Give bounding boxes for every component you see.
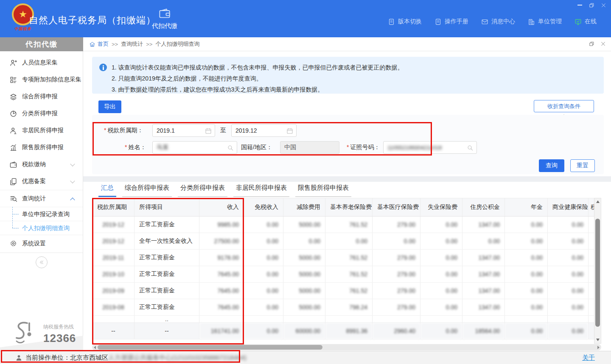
search-icon[interactable] <box>467 144 474 151</box>
module-nav-withholding[interactable]: 代扣代缴 <box>149 7 181 30</box>
sidebar-item-comprehensive-income[interactable]: 综合所得申报 <box>0 88 83 105</box>
minimize-button[interactable] <box>576 2 583 8</box>
name-input[interactable]: 马某 <box>152 141 237 154</box>
app-title: 自然人电子税务局（扣缴端） <box>29 14 156 27</box>
period-to-input[interactable]: 2019.12 <box>231 124 297 137</box>
online-monitor-icon <box>575 18 582 25</box>
vertical-scrollbar[interactable] <box>594 198 601 344</box>
close-tab-icon[interactable] <box>600 41 606 47</box>
notice-line: 3. 由于数据处理的滞后性，建议您在申报成功3天之后再来查询最新的申报数据。 <box>112 84 595 95</box>
cell-income-item: 正常工资薪金 <box>135 250 199 266</box>
period-from-input[interactable]: 2019.1 <box>152 124 215 137</box>
cell-clipped <box>589 217 594 233</box>
nationality-input: 中国 <box>280 141 339 154</box>
sidebar-item-nonresident-income[interactable]: 非居民所得申报 <box>0 122 83 139</box>
breadcrumb: 首页 >> 查询统计 >> 个人扣缴明细查询 <box>83 37 611 51</box>
total-amount: 0.00 <box>548 323 589 339</box>
tab-1[interactable]: 综合所得申报表 <box>122 184 172 197</box>
status-bar: 当前操作单位：北京市西城区人力资源公共服务中心(1211010235886721… <box>0 351 611 364</box>
sidebar-item-personnel-info[interactable]: 人员信息采集 <box>0 54 83 71</box>
breadcrumb-item-current: 个人扣缴明细查询 <box>155 40 199 48</box>
cell-amount: 0.00 <box>548 233 589 250</box>
table-row[interactable]: 2019-12正常工资薪金9985.000.005000.00761.52279… <box>92 217 594 233</box>
cell-amount: 0.00 <box>420 233 462 250</box>
sidebar-item-special-deduction[interactable]: 专项附加扣除信息采集 <box>0 71 83 88</box>
notice-line: 1. 该查询统计表仅能查询已申报成功的数据，不包含未申报、申报失败，已申报但已作… <box>112 62 595 73</box>
total-period: -- <box>92 323 135 339</box>
sidebar-item-system-settings[interactable]: 系统设置 <box>0 235 83 252</box>
sidebar-item-restricted-shares[interactable]: 限售股所得申报 <box>0 139 83 156</box>
calendar-icon[interactable] <box>286 128 293 134</box>
cell-amount: 0.00 <box>244 217 283 233</box>
unit-management-button[interactable]: 单位管理 <box>528 18 562 25</box>
scroll-down-arrow[interactable] <box>596 339 600 341</box>
total-amount: 18564.00 <box>462 323 505 339</box>
scroll-right-arrow[interactable] <box>597 346 600 349</box>
scroll-left-arrow[interactable] <box>94 346 96 349</box>
column-header: 年金 <box>505 198 548 217</box>
table-row-clipped[interactable]: .. <box>92 316 594 323</box>
info-icon <box>99 64 107 71</box>
horizontal-scrollbar-thumb[interactable] <box>98 345 322 350</box>
total-item: -- <box>135 323 199 339</box>
scroll-up-arrow[interactable] <box>596 200 600 203</box>
restore-tab-icon[interactable] <box>589 41 594 47</box>
table-row[interactable]: 2019-09正常工资薪金7645.000.005000.00761.52279… <box>92 283 594 299</box>
cell-income-item: 正常工资薪金 <box>135 217 199 233</box>
sidebar-item-tax-payment[interactable]: 税款缴纳 <box>0 156 83 173</box>
calendar-icon[interactable] <box>205 128 212 134</box>
search-list-icon <box>9 195 17 203</box>
column-header: 基本医疗保险费 <box>373 198 420 217</box>
total-amount: 60000.00 <box>283 323 325 339</box>
wallet-icon <box>9 161 17 169</box>
table-row[interactable]: 2019-12全年一次性奖金收入27500.000.000.000.000.00… <box>92 233 594 250</box>
reset-button[interactable]: 重置 <box>570 159 595 172</box>
vertical-scrollbar-thumb[interactable] <box>595 219 600 327</box>
restore-button[interactable] <box>588 2 595 8</box>
tab-2[interactable]: 分类所得申报表 <box>178 184 227 197</box>
version-switch-button[interactable]: 版本切换 <box>388 18 422 25</box>
cell-period: 2019-12 <box>92 217 135 233</box>
table-row[interactable]: 2019-11正常工资薪金9178.000.005000.00761.52279… <box>92 250 594 266</box>
person-icon <box>9 127 17 135</box>
cell-amount: 1347.00 <box>462 266 505 283</box>
sidebar-item-classified-income[interactable]: 分类所得申报 <box>0 105 83 122</box>
cell-amount: 279.00 <box>373 266 420 283</box>
documents-icon <box>9 178 17 186</box>
close-button[interactable] <box>600 2 607 8</box>
total-amount: 0.00 <box>420 323 462 339</box>
breadcrumb-home-link[interactable]: 首页 <box>98 40 109 48</box>
horizontal-scrollbar[interactable] <box>92 344 601 350</box>
about-link[interactable]: 关于 <box>582 354 595 362</box>
search-icon[interactable] <box>227 144 234 151</box>
table-row[interactable]: 2019-08正常工资薪金7645.000.005000.00798.24279… <box>92 299 594 316</box>
sidebar-item-query-statistics[interactable]: 查询统计 <box>0 190 83 207</box>
sidebar-item-preferential-filing[interactable]: 优惠备案 <box>0 173 83 190</box>
cell-clipped <box>420 316 462 323</box>
cell-income-item: 正常工资薪金 <box>135 283 199 299</box>
export-button[interactable]: 导出 <box>98 100 121 113</box>
cell-amount: 0.00 <box>420 266 462 283</box>
cell-clipped <box>589 323 594 339</box>
tab-4[interactable]: 限售股所得申报表 <box>295 184 351 197</box>
person-icon <box>15 354 22 361</box>
tab-summary[interactable]: 汇总 <box>98 184 116 197</box>
cell-amount: 5000.00 <box>283 283 325 299</box>
withholding-detail-table: 税款所属期所得项目收入免税收入减除费用基本养老保险费基本医疗保险费失业保险费住房… <box>92 198 594 339</box>
message-center-button[interactable]: 消息中心 <box>481 18 515 25</box>
sidebar-collapse-button[interactable] <box>36 256 48 268</box>
table-row[interactable]: 2019-10正常工资薪金7645.000.005000.00761.52279… <box>92 266 594 283</box>
manual-button[interactable]: 操作手册 <box>434 18 468 25</box>
query-button[interactable]: 查询 <box>539 159 564 172</box>
total-amount: 8991.36 <box>325 323 373 339</box>
cell-amount: 0.00 <box>548 217 589 233</box>
online-status[interactable]: 在线 <box>575 18 597 25</box>
cell-amount: 0.00 <box>244 283 283 299</box>
collapse-query-button[interactable]: 收折查询条件 <box>534 100 594 112</box>
column-header: 收入 <box>199 198 244 217</box>
cell-clipped <box>373 316 420 323</box>
cell-clipped <box>505 316 548 323</box>
id-number-input[interactable]: 110552199304211019 <box>383 141 477 154</box>
tab-3[interactable]: 非居民所得申报表 <box>233 184 289 197</box>
cell-income-item: 全年一次性奖金收入 <box>135 233 199 250</box>
